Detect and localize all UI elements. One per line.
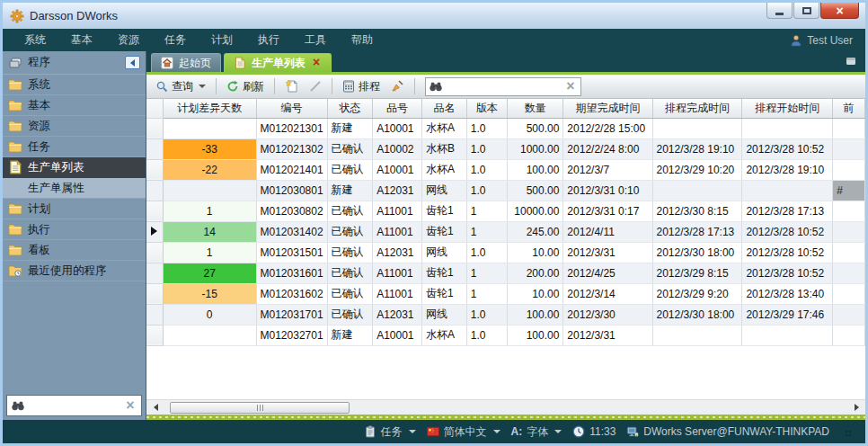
cell-qty[interactable]: 10.00 bbox=[508, 283, 563, 304]
horizontal-scrollbar[interactable] bbox=[146, 399, 865, 415]
menu-item[interactable]: 系统 bbox=[12, 29, 58, 51]
sidebar-item[interactable]: 资源 bbox=[3, 116, 146, 137]
cell-qty[interactable]: 500.00 bbox=[508, 118, 563, 138]
cell-status[interactable]: 已确认 bbox=[327, 304, 373, 325]
menu-item[interactable]: 基本 bbox=[58, 29, 105, 51]
cell-no[interactable]: M012031701 bbox=[256, 304, 327, 325]
sidebar-item[interactable]: 执行 bbox=[3, 219, 146, 240]
cell-status[interactable]: 已确认 bbox=[327, 201, 373, 221]
panel-icon[interactable] bbox=[845, 55, 857, 67]
cell-part_name[interactable]: 水杯A bbox=[422, 159, 467, 180]
menu-item[interactable]: 计划 bbox=[199, 29, 245, 51]
cell-sched_end[interactable]: 2012/3/29 9:20 bbox=[652, 283, 742, 304]
cell-qty[interactable]: 500.00 bbox=[508, 180, 563, 201]
column-header[interactable]: 前 bbox=[833, 99, 865, 118]
cell-qty[interactable]: 1000.00 bbox=[508, 138, 563, 159]
status-item-font[interactable]: A:字体 bbox=[511, 424, 562, 440]
toolbar-search-input[interactable] bbox=[446, 79, 561, 94]
column-header[interactable]: 排程完成时间 bbox=[652, 99, 742, 118]
table-row[interactable]: 27M012031601已确认A11001齿轮11200.002012/4/25… bbox=[146, 263, 865, 283]
cell-version[interactable]: 1 bbox=[466, 221, 507, 242]
cell-part_no[interactable]: A12031 bbox=[373, 242, 422, 263]
cell-no[interactable]: M012021301 bbox=[256, 118, 327, 138]
cell-sched_start[interactable]: 2012/3/28 19:10 bbox=[742, 159, 833, 180]
cell-status[interactable]: 已确认 bbox=[327, 263, 373, 283]
cell-extra[interactable] bbox=[833, 159, 865, 180]
table-row[interactable]: M012021301新建A10001水杯A1.0500.002012/2/28 … bbox=[146, 118, 865, 138]
scroll-right-button[interactable] bbox=[849, 401, 864, 415]
cell-version[interactable]: 1.0 bbox=[466, 180, 507, 201]
status-item-flag-cn[interactable]: 简体中文 bbox=[427, 424, 500, 440]
cell-qty[interactable]: 245.00 bbox=[508, 221, 563, 242]
clear-search-icon[interactable] bbox=[564, 80, 577, 93]
cell-due[interactable]: 2012/3/7 bbox=[563, 159, 652, 180]
cell-sched_start[interactable] bbox=[742, 180, 833, 201]
cell-due[interactable]: 2012/2/24 8:00 bbox=[563, 138, 652, 159]
cell-status[interactable]: 已确认 bbox=[327, 283, 373, 304]
table-row[interactable]: 14M012031402已确认A11001齿轮11245.002012/4/11… bbox=[146, 221, 865, 242]
table-row[interactable]: 1M012030802已确认A11001齿轮1110000.002012/3/3… bbox=[146, 201, 865, 221]
cell-part_name[interactable]: 齿轮1 bbox=[422, 283, 467, 304]
cell-part_no[interactable]: A10001 bbox=[373, 159, 422, 180]
cell-status[interactable]: 已确认 bbox=[327, 159, 373, 180]
cell-diff[interactable]: -33 bbox=[163, 138, 256, 159]
cell-version[interactable]: 1 bbox=[466, 201, 507, 221]
column-header[interactable]: 计划差异天数 bbox=[163, 99, 256, 118]
cell-diff[interactable]: -22 bbox=[163, 159, 256, 180]
cell-sched_end[interactable]: 2012/3/28 19:10 bbox=[652, 138, 742, 159]
cell-part_no[interactable]: A10002 bbox=[373, 138, 422, 159]
cell-diff[interactable] bbox=[163, 180, 256, 201]
cell-status[interactable]: 新建 bbox=[327, 180, 373, 201]
cell-extra[interactable] bbox=[833, 325, 865, 345]
cell-part_name[interactable]: 齿轮1 bbox=[422, 263, 467, 283]
column-header[interactable]: 状态 bbox=[327, 99, 373, 118]
cell-sched_end[interactable]: 2012/3/30 18:00 bbox=[652, 304, 742, 325]
cell-sched_end[interactable]: 2012/3/29 8:15 bbox=[652, 263, 742, 283]
menu-item[interactable]: 资源 bbox=[105, 29, 152, 51]
table-row[interactable]: M012030801新建A12031网线1.0500.002012/3/31 0… bbox=[146, 180, 865, 201]
table-row[interactable]: -22M012021401已确认A10001水杯A1.0100.002012/3… bbox=[146, 159, 865, 180]
cell-qty[interactable]: 100.00 bbox=[508, 304, 563, 325]
minimize-button[interactable] bbox=[766, 3, 793, 19]
cell-extra[interactable] bbox=[833, 201, 865, 221]
scroll-left-button[interactable] bbox=[148, 401, 163, 415]
cell-extra[interactable]: # bbox=[833, 180, 865, 201]
cell-version[interactable]: 1.0 bbox=[466, 304, 507, 325]
tab-production-order-list[interactable]: 生产单列表 bbox=[224, 53, 332, 72]
cell-diff[interactable] bbox=[163, 118, 256, 138]
cell-extra[interactable] bbox=[833, 118, 865, 138]
clean-button[interactable] bbox=[386, 77, 408, 95]
sidebar-item[interactable]: 最近使用的程序 bbox=[3, 261, 146, 281]
cell-part_name[interactable]: 网线 bbox=[422, 304, 467, 325]
cell-no[interactable]: M012031501 bbox=[256, 242, 327, 263]
cell-part_name[interactable]: 齿轮1 bbox=[422, 221, 467, 242]
cell-part_name[interactable]: 水杯A bbox=[422, 325, 467, 345]
column-header[interactable]: 品号 bbox=[373, 99, 422, 118]
sidebar-item[interactable]: 生产单属性 bbox=[3, 178, 146, 199]
cell-status[interactable]: 已确认 bbox=[327, 242, 373, 263]
cell-due[interactable]: 2012/3/31 bbox=[563, 242, 652, 263]
cell-no[interactable]: M012031602 bbox=[256, 283, 327, 304]
cell-part_no[interactable]: A12031 bbox=[373, 180, 422, 201]
column-header[interactable]: 品名 bbox=[422, 99, 467, 118]
cell-qty[interactable]: 100.00 bbox=[508, 159, 563, 180]
maximize-button[interactable] bbox=[793, 3, 819, 19]
cell-no[interactable]: M012030802 bbox=[256, 201, 327, 221]
cell-part_no[interactable]: A12031 bbox=[373, 304, 422, 325]
cell-part_no[interactable]: A11001 bbox=[373, 263, 422, 283]
cell-due[interactable]: 2012/3/30 bbox=[563, 304, 652, 325]
cell-sched_start[interactable]: 2012/3/28 10:52 bbox=[742, 242, 833, 263]
cell-no[interactable]: M012030801 bbox=[256, 180, 327, 201]
resize-grip-icon[interactable] bbox=[842, 427, 851, 436]
cell-sched_start[interactable]: 2012/3/28 10:52 bbox=[742, 263, 833, 283]
row-selector[interactable] bbox=[146, 263, 163, 283]
cell-part_no[interactable]: A11001 bbox=[373, 201, 422, 221]
cell-version[interactable]: 1.0 bbox=[466, 118, 507, 138]
row-selector[interactable] bbox=[146, 304, 163, 325]
edit-disabled-button[interactable] bbox=[306, 78, 325, 94]
row-selector[interactable] bbox=[146, 180, 163, 201]
cell-status[interactable]: 已确认 bbox=[327, 221, 373, 242]
cell-part_no[interactable]: A10001 bbox=[373, 325, 422, 345]
cell-no[interactable]: M012021401 bbox=[256, 159, 327, 180]
cell-extra[interactable] bbox=[833, 242, 865, 263]
